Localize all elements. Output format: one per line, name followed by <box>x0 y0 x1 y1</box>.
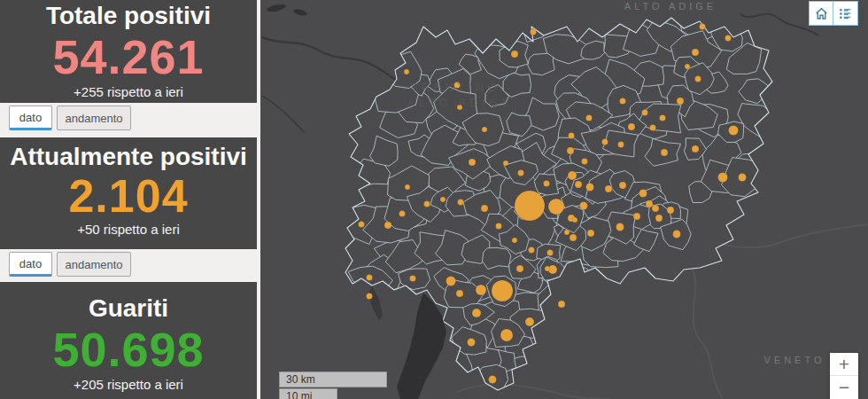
panel-value: 2.104 <box>0 173 257 219</box>
map-toolbar <box>809 1 858 26</box>
home-button[interactable] <box>810 2 833 25</box>
scalebar-mi: 10 mi <box>279 388 337 399</box>
home-icon <box>814 6 829 21</box>
panel-title: Guariti <box>0 293 257 324</box>
tabs-totale: dato andamento <box>0 106 257 131</box>
panel-totale-positivi: Totale positivi 54.261 +255 rispetto a i… <box>0 0 257 103</box>
panel-value: 54.261 <box>0 32 257 82</box>
tab-dato[interactable]: dato <box>9 252 52 277</box>
panel-guariti: Guariti 50.698 +205 rispetto a ieri <box>0 282 257 399</box>
panel-delta: +50 rispetto a ieri <box>0 222 257 237</box>
scalebar-km: 30 km <box>279 372 387 387</box>
map-label: TRENTINO - <box>411 82 516 94</box>
dashboard: Totale positivi 54.261 +255 rispetto a i… <box>0 0 868 399</box>
map-area[interactable]: ALTO ADIGEVENETOTRENTINO -ALTO ADIGE 30 … <box>260 0 868 399</box>
panel-value: 50.698 <box>0 325 257 374</box>
panel-attualmente-positivi: Attualmente positivi 2.104 +50 rispetto … <box>0 137 257 249</box>
tab-andamento[interactable]: andamento <box>57 252 131 277</box>
tabs-attualmente: dato andamento <box>0 252 257 278</box>
zoom-in-button[interactable]: + <box>830 353 858 376</box>
tab-andamento[interactable]: andamento <box>57 106 131 130</box>
panel-delta: +205 rispetto a ieri <box>0 377 257 392</box>
stats-sidebar: Totale positivi 54.261 +255 rispetto a i… <box>0 0 257 399</box>
tab-dato[interactable]: dato <box>9 106 52 130</box>
panel-title: Totale positivi <box>0 1 257 31</box>
map-label: ALTO ADIGE <box>624 1 717 12</box>
panel-title: Attualmente positivi <box>0 142 257 172</box>
legend-list-icon <box>838 6 853 21</box>
map-label: ALTO ADIGE <box>407 97 514 109</box>
zoom-out-button[interactable]: − <box>830 376 858 399</box>
legend-button[interactable] <box>833 2 857 25</box>
map-label: VENETO <box>763 355 825 365</box>
zoom-control: + − <box>830 353 858 399</box>
panel-delta: +255 rispetto a ieri <box>0 84 257 99</box>
bubble-map[interactable]: ALTO ADIGEVENETOTRENTINO -ALTO ADIGE <box>260 0 868 399</box>
